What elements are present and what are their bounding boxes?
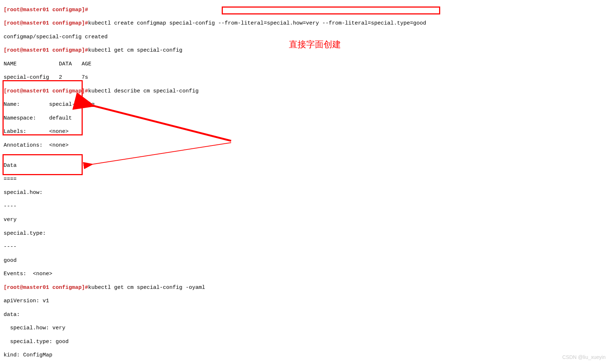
prompt: [root@master01 configmap]#	[4, 88, 88, 94]
command: kubectl create configmap special-config …	[88, 20, 426, 26]
command: kubectl get cm special-config	[88, 47, 182, 53]
watermark: CSDN @liu_xueyin	[562, 354, 606, 361]
line: [root@master01 configmap]#kubectl descri…	[4, 88, 611, 95]
line: special.how:	[4, 190, 611, 196]
prompt: [root@master01 configmap]#	[4, 47, 88, 53]
line: special.type: good	[4, 339, 611, 346]
line: data:	[4, 312, 611, 318]
prompt: [root@master01 configmap]#	[4, 7, 88, 13]
line: Name: special-config	[4, 101, 611, 108]
line: Namespace: default	[4, 115, 611, 122]
line: ====	[4, 176, 611, 183]
line: Events: <none>	[4, 271, 611, 278]
line: NAME DATA AGE	[4, 61, 611, 68]
line: special-config 2 7s	[4, 74, 611, 81]
prompt: [root@master01 configmap]#	[4, 285, 88, 291]
line: [root@master01 configmap]#	[4, 7, 611, 14]
line: ----	[4, 203, 611, 210]
line: apiVersion: v1	[4, 298, 611, 305]
line: good	[4, 257, 611, 264]
annotation-label: 直接字面创建	[289, 39, 341, 50]
command: kubectl get cm special-config -oyaml	[88, 285, 205, 291]
line: [root@master01 configmap]#kubectl create…	[4, 20, 611, 27]
line: Data	[4, 162, 611, 169]
line: [root@master01 configmap]#kubectl get cm…	[4, 285, 611, 291]
line: ----	[4, 244, 611, 251]
line: special.type:	[4, 230, 611, 237]
command: kubectl describe cm special-config	[88, 88, 199, 94]
terminal-output: [root@master01 configmap]# [root@master0…	[0, 0, 611, 364]
line: very	[4, 217, 611, 224]
line: Annotations: <none>	[4, 142, 611, 149]
prompt: [root@master01 configmap]#	[4, 20, 88, 26]
line: special.how: very	[4, 325, 611, 332]
line: Labels: <none>	[4, 129, 611, 135]
line: kind: ConfigMap	[4, 352, 611, 359]
